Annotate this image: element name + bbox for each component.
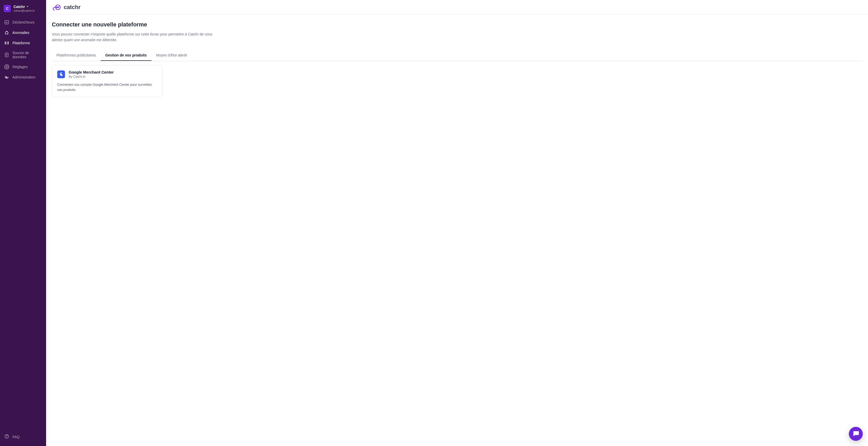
sidebar-item-label: Administration: [12, 75, 35, 79]
org-name-row: Catchr: [13, 5, 35, 9]
sidebar-nav: Déclencheurs Anomalies Plateforme Source…: [0, 17, 46, 82]
platform-card-google-merchant-center[interactable]: Google Merchant Center By Catchr.io Conn…: [52, 65, 163, 97]
sidebar-item-plateforme[interactable]: Plateforme: [0, 38, 46, 48]
sidebar-item-faq[interactable]: FAQ: [0, 431, 46, 443]
bug-icon: [4, 30, 9, 35]
sidebar-item-administration[interactable]: Administration: [0, 72, 46, 82]
sidebar: C Catchr Johan@catchr.io Déclencheurs An…: [0, 0, 46, 446]
org-name: Catchr: [13, 5, 25, 9]
sidebar-item-declencheurs[interactable]: Déclencheurs: [0, 17, 46, 27]
sidebar-item-anomalies[interactable]: Anomalies: [0, 27, 46, 38]
gear-icon: [4, 64, 9, 69]
cards-grid: Google Merchant Center By Catchr.io Conn…: [52, 65, 862, 97]
sidebar-item-label: Déclencheurs: [12, 20, 35, 24]
svg-point-5: [5, 43, 6, 44]
topbar: catchr: [46, 0, 868, 14]
sidebar-item-label: Plateforme: [12, 41, 30, 45]
card-desc: Connectez vos compte Google Merchent Cen…: [57, 82, 157, 92]
card-by: By Catchr.io: [69, 75, 114, 79]
chat-launcher[interactable]: [849, 427, 863, 441]
sidebar-item-label: Source de données: [12, 51, 42, 59]
svg-rect-2: [5, 42, 8, 44]
content: Connecter une nouvelle plateforme Vous p…: [46, 14, 868, 446]
tab-plateformes-publicitaires[interactable]: Plateformes publicitaires: [52, 50, 101, 61]
sidebar-item-label: Anomalies: [12, 31, 29, 35]
document-icon: [4, 52, 9, 58]
main: catchr Connecter une nouvelle plateforme…: [46, 0, 868, 446]
chevron-down-icon: [26, 5, 29, 9]
org-avatar: C: [4, 5, 11, 12]
platform-icon: [4, 40, 9, 46]
svg-point-3: [5, 42, 6, 42]
page-title: Connecter une nouvelle plateforme: [52, 21, 862, 28]
sidebar-item-label: Réglages: [12, 65, 28, 69]
svg-point-8: [6, 66, 7, 67]
catchr-logo-icon: [52, 4, 62, 11]
wing-icon: [4, 75, 9, 80]
tabs: Plateformes publicitaires Gestion de vos…: [52, 50, 862, 61]
sidebar-item-source-de-donnees[interactable]: Source de données: [0, 48, 46, 62]
chat-icon: [852, 430, 860, 438]
brand-logo[interactable]: catchr: [52, 4, 81, 11]
org-switcher[interactable]: C Catchr Johan@catchr.io: [0, 3, 46, 16]
svg-point-4: [8, 42, 9, 42]
sidebar-item-reglages[interactable]: Réglages: [0, 62, 46, 72]
org-email: Johan@catchr.io: [13, 9, 35, 12]
page-subtitle: Vous pouvez connecter n'importe quelle p…: [52, 32, 218, 43]
chart-icon: [4, 20, 9, 25]
help-icon: [4, 434, 9, 440]
svg-point-11: [60, 74, 61, 74]
brand-name: catchr: [64, 4, 81, 11]
svg-point-6: [8, 43, 9, 44]
tab-gestion-produits[interactable]: Gestion de vos produits: [101, 50, 152, 61]
tag-icon: [57, 70, 65, 78]
sidebar-footer-label: FAQ: [12, 435, 20, 439]
tab-moyen-alerte[interactable]: Moyen d'être alerté: [152, 50, 192, 61]
card-title: Google Merchant Center: [69, 70, 114, 74]
